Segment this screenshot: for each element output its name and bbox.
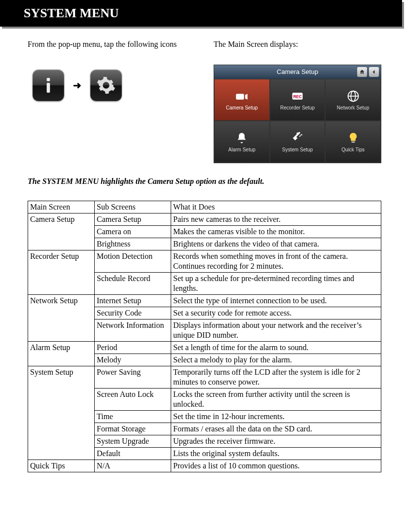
- sub-screen-cell: Camera on: [95, 225, 171, 238]
- menu-table: Main ScreenSub ScreensWhat it DoesCamera…: [28, 201, 381, 472]
- intro-row: From the pop-up menu, tap the following …: [28, 39, 381, 163]
- intro-left-col: From the pop-up menu, tap the following …: [28, 39, 194, 163]
- icon-sequence: ➜: [33, 70, 194, 101]
- info-icon: [33, 70, 64, 101]
- back-icon: [369, 67, 379, 77]
- tile-label: Quick Tips: [341, 147, 365, 152]
- desc-cell: Temporarily turns off the LCD after the …: [171, 366, 381, 388]
- content: From the pop-up menu, tap the following …: [0, 30, 405, 472]
- desc-cell: Set a security code for remote access.: [171, 307, 381, 319]
- gear-icon: [90, 70, 122, 101]
- desc-cell: Formats / erases all the data on the SD …: [171, 423, 381, 435]
- sub-screen-cell: Camera Setup: [95, 213, 171, 225]
- home-icon: [357, 67, 367, 77]
- table-row: Recorder SetupMotion DetectionRecords wh…: [28, 250, 381, 272]
- tile-camera: Camera Setup: [214, 79, 270, 121]
- tile-label: Alarm Setup: [228, 147, 256, 152]
- svg-rect-0: [47, 78, 50, 81]
- sub-screen-cell: Security Code: [95, 307, 171, 319]
- sub-screen-cell: Motion Detection: [95, 250, 171, 272]
- tile-bulb: Quick Tips: [325, 121, 381, 163]
- table-header-sub: Sub Screens: [95, 201, 171, 213]
- sub-screen-cell: Period: [95, 341, 171, 354]
- svg-rect-1: [47, 83, 50, 93]
- sub-screen-cell: Time: [95, 410, 171, 423]
- desc-cell: Upgrades the receiver firmware.: [171, 435, 381, 447]
- tile-rec: RECRecorder Setup: [270, 79, 326, 121]
- tile-label: Recorder Setup: [280, 105, 315, 110]
- tile-tools: System Setup: [270, 121, 326, 163]
- arrow-icon: ➜: [73, 79, 81, 91]
- screenshot-titlebar-buttons: [357, 67, 379, 77]
- sub-screen-cell: Format Storage: [95, 423, 171, 435]
- desc-cell: Set up a schedule for pre-determined rec…: [171, 272, 381, 294]
- sub-screen-cell: N/A: [95, 460, 171, 472]
- desc-cell: Set the time in 12-hour increments.: [171, 410, 381, 423]
- desc-cell: Locks the screen from further activity u…: [171, 388, 381, 410]
- caption: The SYSTEM MENU highlights the Camera Se…: [28, 177, 381, 186]
- sub-screen-cell: Brightness: [95, 238, 171, 250]
- table-row: Alarm SetupPeriodSet a length of time fo…: [28, 341, 381, 354]
- sub-screen-cell: Schedule Record: [95, 272, 171, 294]
- main-screen-cell: Recorder Setup: [28, 250, 95, 294]
- desc-cell: Select the type of internet connection t…: [171, 294, 381, 307]
- table-row: Quick TipsN/AProvides a list of 10 commo…: [28, 460, 381, 472]
- main-screen-screenshot: Camera Setup Camera SetupRECRecorder Set…: [214, 65, 381, 163]
- main-screen-cell: Network Setup: [28, 294, 95, 341]
- intro-right-text: The Main Screen displays:: [214, 39, 381, 50]
- desc-cell: Displays information about your network …: [171, 319, 381, 341]
- main-screen-cell: Camera Setup: [28, 213, 95, 250]
- sub-screen-cell: Power Saving: [95, 366, 171, 388]
- screenshot-titlebar: Camera Setup: [214, 65, 381, 79]
- tile-bell: Alarm Setup: [214, 121, 270, 163]
- svg-rect-7: [351, 142, 355, 142]
- screenshot-grid: Camera SetupRECRecorder SetupNetwork Set…: [214, 79, 381, 163]
- desc-cell: Provides a list of 10 common questions.: [171, 460, 381, 472]
- desc-cell: Lists the original system defaults.: [171, 447, 381, 460]
- sub-screen-cell: Melody: [95, 354, 171, 366]
- tile-label: Camera Setup: [226, 105, 258, 110]
- page-title: SYSTEM MENU: [24, 6, 119, 20]
- table-header-desc: What it Does: [171, 201, 381, 213]
- desc-cell: Makes the cameras visible to the monitor…: [171, 225, 381, 238]
- page-header: SYSTEM MENU: [0, 0, 402, 27]
- desc-cell: Brightens or darkens the video of that c…: [171, 238, 381, 250]
- tile-globe: Network Setup: [325, 79, 381, 121]
- sub-screen-cell: System Upgrade: [95, 435, 171, 447]
- desc-cell: Set a length of time for the alarm to so…: [171, 341, 381, 354]
- sub-screen-cell: Network Information: [95, 319, 171, 341]
- desc-cell: Select a melody to play for the alarm.: [171, 354, 381, 366]
- table-row: Network SetupInternet SetupSelect the ty…: [28, 294, 381, 307]
- svg-text:REC: REC: [293, 94, 301, 99]
- tile-label: System Setup: [282, 147, 313, 152]
- desc-cell: Pairs new cameras to the receiver.: [171, 213, 381, 225]
- screenshot-title: Camera Setup: [214, 68, 381, 75]
- table-row: System SetupPower SavingTemporarily turn…: [28, 366, 381, 388]
- intro-left-text: From the pop-up menu, tap the following …: [28, 39, 194, 50]
- main-screen-cell: System Setup: [28, 366, 95, 460]
- table-header-main: Main Screen: [28, 201, 95, 213]
- desc-cell: Records when something moves in front of…: [171, 250, 381, 272]
- table-row: Camera SetupCamera SetupPairs new camera…: [28, 213, 381, 225]
- intro-right-col: The Main Screen displays: Camera Setup C…: [214, 39, 381, 163]
- sub-screen-cell: Screen Auto Lock: [95, 388, 171, 410]
- main-screen-cell: Quick Tips: [28, 460, 95, 472]
- sub-screen-cell: Internet Setup: [95, 294, 171, 307]
- main-screen-cell: Alarm Setup: [28, 341, 95, 366]
- tile-label: Network Setup: [337, 105, 369, 110]
- sub-screen-cell: Default: [95, 447, 171, 460]
